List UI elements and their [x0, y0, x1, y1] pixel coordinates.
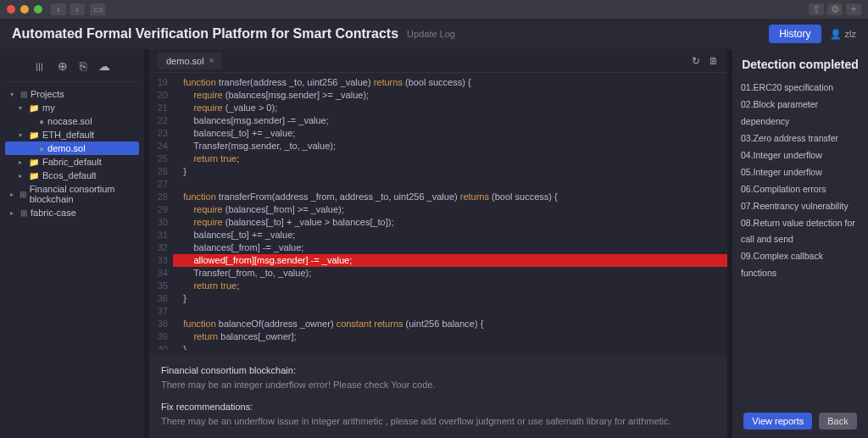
code-editor[interactable]: 1920212223242526272829303132333435363738…: [149, 73, 727, 350]
close-icon[interactable]: ×: [209, 56, 214, 65]
min-dot[interactable]: [20, 5, 29, 14]
detection-panel: Detection completed 01.ERC20 specificati…: [732, 49, 868, 438]
diag-desc-2: There may be an underflow issue in integ…: [161, 414, 715, 430]
project-tree: ▾⊞Projects ▾📁my●nocase.sol▾📁ETH_default●…: [3, 82, 141, 225]
nav-back-icon[interactable]: ‹: [51, 3, 66, 15]
panel-icon[interactable]: ▭: [90, 3, 105, 15]
settings-icon[interactable]: ⚙: [827, 3, 843, 15]
save-icon[interactable]: 🗎: [709, 55, 719, 67]
diag-title-1: Financial consortium blockchain:: [161, 363, 715, 379]
nav-fwd-icon[interactable]: ›: [70, 3, 85, 15]
detection-item[interactable]: 07.Reentrancy vulnerability: [741, 198, 860, 215]
tree-item[interactable]: ▸📁Fabric_default: [5, 155, 139, 169]
detection-item[interactable]: 01.ERC20 specification: [741, 80, 860, 97]
tab-label: demo.sol: [166, 56, 204, 66]
history-button[interactable]: History: [769, 25, 821, 43]
tree-root-label: Projects: [31, 89, 64, 99]
tree-item[interactable]: ▸⊞fabric-case: [5, 206, 139, 219]
copy-icon[interactable]: ⎘: [80, 59, 86, 73]
refresh-icon[interactable]: ↻: [692, 55, 700, 67]
detection-title: Detection completed: [741, 58, 860, 71]
library-icon[interactable]: ⫼: [34, 59, 46, 73]
diagnostics-panel: Financial consortium blockchain: There m…: [149, 355, 727, 438]
add-icon[interactable]: +: [846, 3, 861, 15]
user-menu[interactable]: 👤 zlz: [830, 29, 856, 40]
cloud-icon[interactable]: ☁: [98, 59, 110, 73]
detection-list: 01.ERC20 specification02.Block parameter…: [741, 80, 860, 282]
detection-item[interactable]: 04.Integer underflow: [741, 147, 860, 164]
detection-item[interactable]: 06.Compilation errors: [741, 181, 860, 198]
code-content[interactable]: function transfer(address _to, uint256 _…: [173, 76, 727, 347]
tree-item[interactable]: ●demo.sol: [5, 141, 139, 155]
sidebar: ⫼ ⊕ ⎘ ☁ ▾⊞Projects ▾📁my●nocase.sol▾📁ETH_…: [0, 49, 144, 438]
app-title: Automated Formal Verification Platform f…: [12, 26, 398, 42]
username: zlz: [845, 29, 856, 39]
window-titlebar: ‹ › ▭ ⇪ ⚙ +: [0, 0, 868, 19]
detection-item[interactable]: 03.Zero address transfer: [741, 130, 860, 147]
detection-item[interactable]: 02.Block parameter dependency: [741, 97, 860, 130]
tab-demo[interactable]: demo.sol ×: [158, 53, 222, 69]
max-dot[interactable]: [34, 5, 42, 14]
tree-item[interactable]: ●nocase.sol: [5, 114, 139, 128]
tree-item[interactable]: ▾📁my: [5, 101, 139, 114]
tree-item[interactable]: ▸⊞Financial consortium blockchain: [5, 182, 139, 206]
tree-root[interactable]: ▾⊞Projects: [5, 87, 139, 101]
view-reports-button[interactable]: View reports: [743, 413, 812, 430]
detection-item[interactable]: 05.Integer underflow: [741, 164, 860, 181]
tree-item[interactable]: ▾📁ETH_default: [5, 128, 139, 141]
diag-title-2: Fix recommendations:: [161, 400, 715, 415]
line-numbers: 1920212223242526272829303132333435363738…: [149, 76, 173, 347]
tree-item[interactable]: ▸📁Bcos_default: [5, 169, 139, 182]
back-button[interactable]: Back: [819, 413, 856, 430]
app-header: Automated Formal Verification Platform f…: [0, 19, 868, 49]
close-dot[interactable]: [7, 5, 15, 14]
update-log-link[interactable]: Update Log: [407, 29, 455, 39]
editor-tabs: demo.sol × ↻ 🗎: [149, 49, 727, 73]
diag-desc-1: There may be an integer underflow error!…: [161, 378, 715, 393]
detection-item[interactable]: 09.Complex callback functions: [741, 248, 860, 282]
detection-item[interactable]: 08.Return value detection for call and s…: [741, 215, 860, 249]
new-folder-icon[interactable]: ⊕: [58, 59, 68, 73]
upload-icon[interactable]: ⇪: [809, 3, 824, 15]
